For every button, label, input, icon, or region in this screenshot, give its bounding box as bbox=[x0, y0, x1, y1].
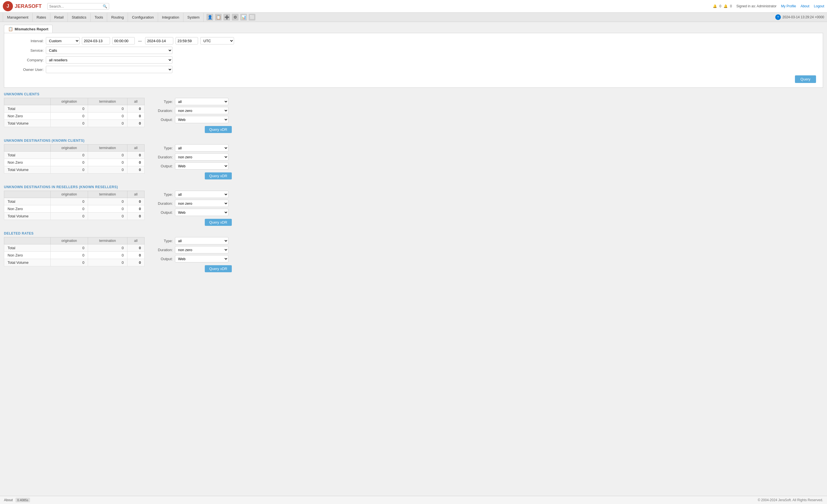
help-icon[interactable]: ? bbox=[775, 14, 781, 20]
output-select-0[interactable]: Web bbox=[175, 116, 229, 123]
nav-icon-user[interactable]: 👤 bbox=[206, 14, 213, 20]
service-select[interactable]: Calls bbox=[46, 47, 173, 54]
query-xdr-button-3[interactable]: Query xDR bbox=[205, 265, 232, 272]
row-termination: 0 bbox=[88, 166, 127, 173]
page-tab: 📋 Mismatches Report bbox=[4, 25, 53, 33]
type-row-1: Type: all bbox=[153, 144, 232, 152]
date-to-input[interactable] bbox=[145, 37, 173, 44]
col-all-3: all bbox=[127, 237, 144, 244]
time-to-input[interactable] bbox=[176, 37, 198, 44]
search-box[interactable]: 🔍 bbox=[47, 3, 109, 9]
row-origination: 0 bbox=[50, 152, 88, 159]
output-select-2[interactable]: Web bbox=[175, 209, 229, 216]
service-row: Service: Calls bbox=[10, 47, 817, 54]
output-select-1[interactable]: Web bbox=[175, 162, 229, 169]
my-profile-link[interactable]: My Profile bbox=[781, 4, 796, 8]
nav-system[interactable]: System bbox=[183, 13, 204, 22]
section-layout-unknown-clients: origination termination all Total 0 0 0 bbox=[4, 98, 823, 133]
company-select[interactable]: all resellers bbox=[46, 56, 173, 63]
table-row: Total 0 0 0 bbox=[4, 244, 145, 252]
duration-select-1[interactable]: non zero bbox=[175, 153, 229, 161]
about-link[interactable]: About bbox=[800, 4, 809, 8]
table-deleted-rates: origination termination all Total 0 0 0 bbox=[4, 237, 145, 266]
type-select-3[interactable]: all bbox=[175, 237, 229, 244]
query-xdr-button-0[interactable]: Query xDR bbox=[205, 126, 232, 133]
nav-retail[interactable]: Retail bbox=[50, 13, 68, 22]
duration-select-3[interactable]: non zero bbox=[175, 246, 229, 253]
col-label-0 bbox=[4, 98, 51, 105]
time-from-input[interactable] bbox=[112, 37, 135, 44]
filter-section: Interval: Custom — UTC Service: Calls Co… bbox=[4, 33, 823, 88]
row-label: Non Zero bbox=[4, 252, 51, 259]
nav-management[interactable]: Management bbox=[3, 13, 33, 22]
table-row: Total 0 0 0 bbox=[4, 105, 145, 112]
menu-nav: Management Rates Retail Statistics Tools… bbox=[0, 13, 827, 22]
table-row: Total Volume 0 0 0 bbox=[4, 166, 145, 173]
row-all: 0 bbox=[127, 213, 144, 220]
company-row: Company: all resellers bbox=[10, 56, 817, 63]
col-termination-0: termination bbox=[88, 98, 127, 105]
row-termination: 0 bbox=[88, 120, 127, 127]
row-label: Total bbox=[4, 244, 51, 252]
query-btn-row: Query bbox=[10, 75, 817, 83]
row-termination: 0 bbox=[88, 205, 127, 213]
output-label: Output: bbox=[153, 164, 173, 168]
row-termination: 0 bbox=[88, 159, 127, 166]
row-origination: 0 bbox=[50, 244, 88, 252]
table-unknown-clients: origination termination all Total 0 0 0 bbox=[4, 98, 145, 127]
duration-select-2[interactable]: non zero bbox=[175, 200, 229, 207]
interval-row: Interval: Custom — UTC bbox=[10, 37, 817, 44]
output-row-3: Output: Web bbox=[153, 255, 232, 262]
row-label: Total Volume bbox=[4, 166, 51, 173]
tz-select[interactable]: UTC bbox=[200, 37, 234, 44]
nav-statistics[interactable]: Statistics bbox=[68, 13, 91, 22]
row-all: 0 bbox=[127, 244, 144, 252]
nav-tools[interactable]: Tools bbox=[91, 13, 107, 22]
interval-select[interactable]: Custom bbox=[46, 37, 80, 44]
type-select-0[interactable]: all bbox=[175, 98, 229, 105]
owner-user-select[interactable] bbox=[46, 66, 173, 73]
row-all: 0 bbox=[127, 252, 144, 259]
nav-routing[interactable]: Routing bbox=[107, 13, 128, 22]
query-button[interactable]: Query bbox=[795, 75, 816, 83]
row-all: 0 bbox=[127, 259, 144, 266]
duration-label: Duration: bbox=[153, 248, 173, 252]
duration-row-3: Duration: non zero bbox=[153, 246, 232, 253]
output-select-3[interactable]: Web bbox=[175, 255, 229, 262]
col-label-2 bbox=[4, 191, 51, 198]
nav-integration[interactable]: Integration bbox=[158, 13, 183, 22]
row-label: Total bbox=[4, 105, 51, 112]
type-label: Type: bbox=[153, 146, 173, 150]
col-termination-1: termination bbox=[88, 145, 127, 152]
type-select-1[interactable]: all bbox=[175, 144, 229, 152]
col-origination-3: origination bbox=[50, 237, 88, 244]
table-row: Non Zero 0 0 0 bbox=[4, 252, 145, 259]
nav-icon-table[interactable]: 📊 bbox=[240, 14, 247, 20]
row-label: Total bbox=[4, 198, 51, 205]
query-xdr-button-1[interactable]: Query xDR bbox=[205, 172, 232, 180]
nav-configuration[interactable]: Configuration bbox=[128, 13, 158, 22]
alerts-count: 0 bbox=[730, 4, 732, 8]
col-origination-0: origination bbox=[50, 98, 88, 105]
logout-button[interactable]: Logout bbox=[814, 4, 824, 8]
type-select-2[interactable]: all bbox=[175, 191, 229, 198]
section-header-unknown-dest-res: UNKNOWN DESTINATIONS IN RESELLERS (KNOWN… bbox=[4, 185, 823, 189]
row-label: Total bbox=[4, 152, 51, 159]
nav-icon-settings[interactable]: ⚙ bbox=[232, 14, 239, 20]
table-row: Total Volume 0 0 0 bbox=[4, 120, 145, 127]
section-layout-deleted-rates: origination termination all Total 0 0 0 bbox=[4, 237, 823, 272]
query-xdr-button-2[interactable]: Query xDR bbox=[205, 219, 232, 226]
nav-icon-extra[interactable]: ⬜ bbox=[249, 14, 255, 20]
page-content: 📋 Mismatches Report Interval: Custom — U… bbox=[0, 22, 827, 281]
date-from-input[interactable] bbox=[82, 37, 110, 44]
row-origination: 0 bbox=[50, 259, 88, 266]
row-label: Non Zero bbox=[4, 159, 51, 166]
signed-in-label: Signed in as: Administrator bbox=[736, 4, 777, 8]
row-all: 0 bbox=[127, 198, 144, 205]
nav-icon-plus[interactable]: ➕ bbox=[223, 14, 230, 20]
search-input[interactable] bbox=[49, 4, 103, 8]
nav-icon-copy[interactable]: 📋 bbox=[215, 14, 222, 20]
top-bar: J JERASOFT 🔍 🔔 0 🔔 0 Signed in as: Admin… bbox=[0, 0, 827, 13]
nav-rates[interactable]: Rates bbox=[33, 13, 50, 22]
duration-select-0[interactable]: non zero bbox=[175, 107, 229, 114]
